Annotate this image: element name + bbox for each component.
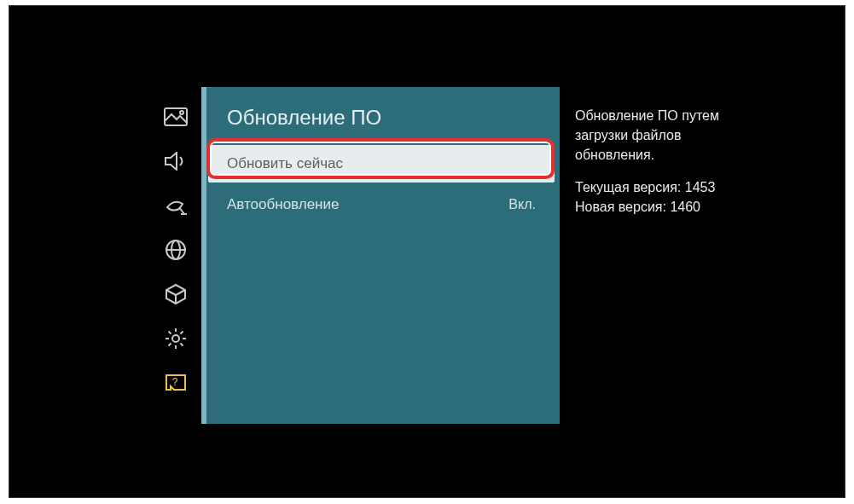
picture-icon <box>164 107 188 130</box>
globe-icon <box>165 239 187 264</box>
sidebar-item-settings[interactable] <box>159 327 193 353</box>
sidebar-item-network[interactable] <box>159 239 193 264</box>
window-frame: ? Обновление ПО Обновить сейчас Автообно… <box>9 5 845 498</box>
new-version-row: Новая версия: 1460 <box>575 197 735 217</box>
sidebar-item-broadcast[interactable] <box>159 194 193 220</box>
current-version-value: 1453 <box>685 180 716 194</box>
cube-icon <box>165 283 187 309</box>
speaker-icon <box>164 152 188 174</box>
menu-item-value: Вкл. <box>508 197 536 212</box>
description-line: загрузки файлов <box>575 125 735 145</box>
tv-settings-screen: ? Обновление ПО Обновить сейчас Автообно… <box>150 87 747 424</box>
sidebar-item-support[interactable]: ? <box>159 372 193 397</box>
gear-icon <box>165 327 187 353</box>
menu-item-update-now[interactable]: Обновить сейчас <box>208 145 555 182</box>
page-title: Обновление ПО <box>201 102 560 145</box>
sidebar-item-sound[interactable] <box>159 150 193 176</box>
sidebar-item-system[interactable] <box>159 283 193 309</box>
menu-item-auto-update[interactable]: Автообновление Вкл. <box>201 186 560 223</box>
new-version-value: 1460 <box>670 200 700 214</box>
menu-item-label: Автообновление <box>227 196 339 213</box>
sidebar-item-picture[interactable] <box>159 106 193 131</box>
current-version-row: Текущая версия: 1453 <box>575 177 735 197</box>
description-line: обновления. <box>575 145 735 165</box>
svg-text:?: ? <box>172 376 178 388</box>
main-panel: Обновление ПО Обновить сейчас Автообновл… <box>201 87 560 424</box>
support-icon: ? <box>164 373 188 397</box>
svg-point-1 <box>180 111 183 114</box>
new-version-label: Новая версия: <box>575 200 666 214</box>
svg-point-10 <box>172 335 179 342</box>
svg-marker-2 <box>166 153 177 170</box>
satellite-icon <box>164 195 188 219</box>
description-panel: Обновление ПО путем загрузки файлов обно… <box>560 87 747 424</box>
settings-sidebar: ? <box>150 87 201 424</box>
svg-line-3 <box>179 207 184 214</box>
description-line: Обновление ПО путем <box>575 106 735 125</box>
accent-bar <box>201 87 206 424</box>
current-version-label: Текущая версия: <box>575 180 681 194</box>
menu-item-label: Обновить сейчас <box>227 155 343 172</box>
